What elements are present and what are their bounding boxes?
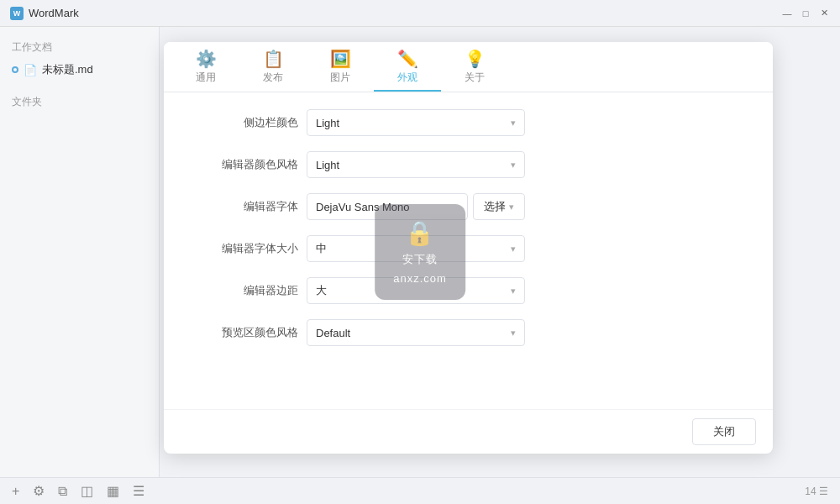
- maximize-button[interactable]: □: [800, 8, 811, 19]
- font-select-label: 选择: [484, 199, 506, 214]
- editor-font-size-label: 编辑器字体大小: [197, 241, 298, 256]
- menu-icon: ☰: [133, 483, 144, 499]
- copy-button[interactable]: ⧉: [58, 484, 67, 499]
- editor-color-value: Light: [316, 159, 339, 171]
- tab-publish[interactable]: 📋 发布: [239, 42, 307, 92]
- window-controls: — □ ✕: [781, 8, 830, 19]
- font-select-chevron: ▾: [509, 202, 514, 213]
- editor-font-size-select[interactable]: 中 ▾: [307, 235, 525, 262]
- close-dialog-button[interactable]: 关闭: [692, 418, 756, 445]
- editor-margin-row: 编辑器边距 大 ▾: [197, 277, 739, 304]
- sidebar-section-folders: 文件夹: [0, 81, 159, 113]
- font-value-display: DejaVu Sans Mono: [307, 193, 468, 220]
- preview-color-value: Default: [316, 327, 350, 339]
- preview-color-label: 预览区颜色风格: [197, 325, 298, 340]
- tab-about[interactable]: 💡 关于: [441, 42, 508, 92]
- editor-color-row: 编辑器颜色风格 Light ▾: [197, 151, 739, 178]
- sidebar-file-name: 未标题.md: [42, 62, 93, 77]
- editor-color-label: 编辑器颜色风格: [197, 157, 298, 172]
- image-tab-label: 图片: [330, 71, 350, 85]
- editor-font-label: 编辑器字体: [197, 199, 298, 214]
- editor-margin-label: 编辑器边距: [197, 283, 298, 298]
- sidebar-item-file[interactable]: 📄 未标题.md: [0, 58, 159, 81]
- publish-tab-label: 发布: [263, 71, 283, 85]
- editor-margin-control: 大 ▾: [307, 277, 525, 304]
- app-title: WordMark: [29, 7, 781, 19]
- add-file-button[interactable]: +: [12, 484, 19, 499]
- preview-color-select[interactable]: Default ▾: [307, 319, 525, 346]
- title-bar: W WordMark — □ ✕: [0, 0, 840, 27]
- bottom-toolbar: + ⚙ ⧉ ◫ ▦ ☰ 14 ☰: [0, 477, 840, 504]
- settings-content: 侧边栏颜色 Light ▾ 编辑器颜色风格 Light ▾ 编辑器字体: [164, 92, 773, 409]
- preview-color-control: Default ▾: [307, 319, 525, 346]
- image-icon: ▦: [107, 483, 119, 499]
- sidebar-color-chevron: ▾: [511, 118, 516, 129]
- editor-color-control: Light ▾: [307, 151, 525, 178]
- about-tab-label: 关于: [465, 71, 485, 85]
- tab-image[interactable]: 🖼️ 图片: [307, 42, 374, 92]
- image-tab-icon: 🖼️: [330, 50, 351, 67]
- file-count: 14 ☰: [805, 486, 828, 497]
- editor-font-row: 编辑器字体 DejaVu Sans Mono 选择 ▾: [197, 193, 739, 220]
- close-window-button[interactable]: ✕: [818, 8, 830, 19]
- about-tab-icon: 💡: [465, 50, 486, 67]
- tab-appearance[interactable]: ✏️ 外观: [374, 42, 441, 92]
- editor-color-select[interactable]: Light ▾: [307, 151, 525, 178]
- sidebar-color-label: 侧边栏颜色: [197, 115, 298, 130]
- font-row: DejaVu Sans Mono 选择 ▾: [307, 193, 525, 220]
- image-button[interactable]: ▦: [107, 483, 119, 499]
- editor-font-size-row: 编辑器字体大小 中 ▾: [197, 235, 739, 262]
- settings-dialog: ⚙️ 通用 📋 发布 🖼️ 图片 ✏️ 外观 💡 关于 侧边栏颜色 Light: [164, 42, 773, 454]
- appearance-tab-icon: ✏️: [397, 50, 418, 67]
- minimize-button[interactable]: —: [781, 8, 793, 19]
- file-icon: ◫: [81, 483, 93, 499]
- settings-icon: ⚙: [33, 483, 45, 499]
- editor-font-size-control: 中 ▾: [307, 235, 525, 262]
- app-logo: W: [10, 7, 24, 20]
- editor-color-chevron: ▾: [511, 160, 516, 171]
- settings-footer: 关闭: [164, 409, 773, 454]
- font-select-button[interactable]: 选择 ▾: [473, 193, 525, 220]
- sidebar-color-value: Light: [316, 117, 339, 129]
- editor-font-size-value: 中: [316, 241, 327, 256]
- tab-bar: ⚙️ 通用 📋 发布 🖼️ 图片 ✏️ 外观 💡 关于: [164, 42, 773, 92]
- editor-margin-value: 大: [316, 283, 327, 298]
- editor-font-control: DejaVu Sans Mono 选择 ▾: [307, 193, 525, 220]
- preview-color-row: 预览区颜色风格 Default ▾: [197, 319, 739, 346]
- sidebar-color-select[interactable]: Light ▾: [307, 109, 525, 136]
- publish-tab-icon: 📋: [263, 50, 284, 67]
- sidebar-color-control: Light ▾: [307, 109, 525, 136]
- preview-color-chevron: ▾: [511, 328, 516, 339]
- editor-margin-chevron: ▾: [511, 286, 516, 297]
- general-tab-icon: ⚙️: [196, 50, 217, 67]
- editor-font-size-chevron: ▾: [511, 244, 516, 255]
- tab-general[interactable]: ⚙️ 通用: [172, 42, 239, 92]
- menu-button[interactable]: ☰: [133, 483, 144, 499]
- sidebar-color-row: 侧边栏颜色 Light ▾: [197, 109, 739, 136]
- sidebar: 工作文档 📄 未标题.md 文件夹: [0, 27, 160, 477]
- settings-button[interactable]: ⚙: [33, 483, 45, 499]
- file-button[interactable]: ◫: [81, 483, 93, 499]
- copy-icon: ⧉: [58, 484, 67, 499]
- file-icon: 📄: [24, 64, 37, 76]
- appearance-tab-label: 外观: [397, 71, 417, 85]
- font-value-text: DejaVu Sans Mono: [316, 201, 410, 213]
- general-tab-label: 通用: [196, 71, 216, 85]
- sidebar-section-workdocs: 工作文档: [0, 35, 159, 58]
- editor-margin-select[interactable]: 大 ▾: [307, 277, 525, 304]
- file-status-dot: [12, 66, 18, 73]
